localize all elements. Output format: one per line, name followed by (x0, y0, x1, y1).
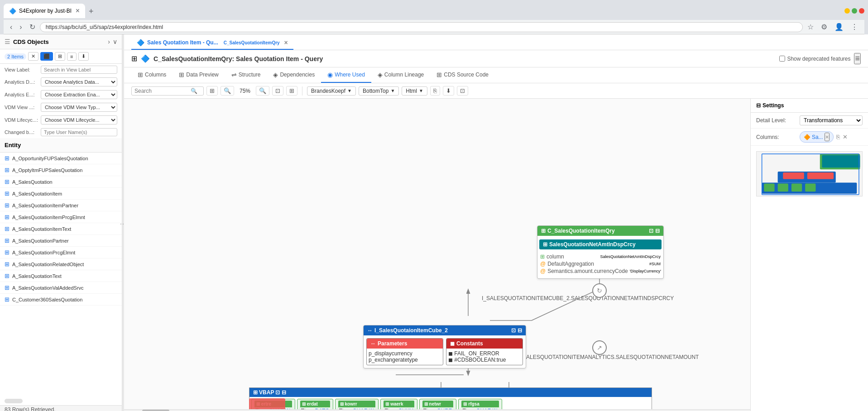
column-copy-button[interactable]: ⎘ (836, 134, 840, 140)
column-remove-button[interactable]: ✕ (843, 134, 848, 140)
save-button[interactable]: ⬇ (443, 86, 454, 96)
doc-tab-subtitle: C_SalesQuotationItemQry (224, 40, 280, 45)
address-bar[interactable] (40, 22, 803, 32)
detail-level-dropdown[interactable]: Transformations (800, 115, 863, 125)
doc-tab[interactable]: 🔷 Sales Quotation Item - Qu... C_SalesQu… (131, 37, 293, 50)
list-item[interactable]: ⊞ A_OpptyItmFUPSalesQuotation (0, 164, 122, 176)
copy-button[interactable]: ⎘ (430, 86, 440, 96)
clear-filter-button[interactable]: ✕ (28, 52, 38, 61)
search-box[interactable]: 🔍 (131, 86, 204, 96)
search-input[interactable] (134, 88, 189, 94)
column-tag-remove[interactable]: × (825, 133, 830, 141)
new-tab-button[interactable]: + (85, 5, 97, 18)
fullscreen-button[interactable]: ⊡ (457, 86, 468, 96)
settings-menu-button[interactable]: ≡ (854, 53, 861, 64)
zoom-in-button[interactable]: 🔍 (221, 86, 234, 96)
expand-all-button[interactable]: ⊞ (286, 86, 297, 96)
format-value: Html (406, 88, 417, 94)
deprecated-checkbox[interactable] (779, 56, 785, 62)
node-expand-icon[interactable]: ⊡ (649, 228, 653, 234)
view-grid-button[interactable]: ⊞ (206, 86, 218, 96)
bookmark-button[interactable]: ☆ (805, 22, 816, 32)
back-button[interactable]: ‹ (7, 22, 15, 32)
list-item[interactable]: ⊞ A_SalesQuotationItemPartner (0, 200, 122, 211)
minimap[interactable] (756, 151, 863, 196)
format-dropdown[interactable]: Html ▼ (402, 86, 427, 96)
profile-button[interactable]: 👤 (832, 22, 846, 32)
column-lineage-tab-icon: ◈ (378, 71, 383, 78)
vbap-expand-icon[interactable]: ⊡ (275, 389, 280, 396)
horizontal-scrollbar[interactable] (124, 409, 750, 411)
analytics-e-row: Analytics E...: Choose Extraction Ena... (0, 88, 122, 101)
list-item[interactable]: ⊞ A_SalesQuotation (0, 176, 122, 188)
connector-circle-1[interactable]: ↻ (592, 283, 607, 298)
main-query-title: C_SalesQuotationItemQry (547, 228, 615, 234)
tab-dependencies[interactable]: ◈ Dependencies (267, 67, 321, 83)
canvas-area[interactable]: I_SALESQUOTATIONITEMCUBE_2.SALESQUOTATIO… (124, 99, 750, 411)
view-label-row: View Label: (0, 64, 122, 76)
columns-tab-icon: ⊞ (138, 71, 143, 78)
vdm-view-select[interactable]: Choose VDM View Typ... (41, 103, 117, 112)
scrollbar-thumb[interactable] (5, 399, 23, 403)
entity-icon: ⊞ (5, 214, 10, 220)
list-item[interactable]: ⊞ A_SalesQuotationItemText (0, 223, 122, 235)
list-item[interactable]: ⊞ A_SalesQuotationItem (0, 188, 122, 200)
tab-close-icon[interactable]: × (76, 7, 80, 14)
tab-structure[interactable]: ⇌ Structure (225, 67, 267, 83)
list-item[interactable]: ⊞ A_SalesQuotationPrcgElmnt (0, 247, 122, 258)
forward-button[interactable]: › (17, 22, 24, 32)
active-filter-button[interactable]: ⬛ (40, 52, 53, 61)
tab-data-preview[interactable]: ⊞ Data Preview (173, 67, 225, 83)
list-item[interactable]: ⊞ A_SalesQuotationPartner (0, 235, 122, 247)
reload-button[interactable]: ↻ (27, 22, 38, 32)
fit-button[interactable]: ⊡ (272, 86, 283, 96)
column-tag-label: Sa... (812, 134, 823, 140)
list-item[interactable]: ⊞ A_SalesQuotationItemPrcgElmnt (0, 211, 122, 223)
download-button[interactable]: ⬇ (78, 52, 89, 61)
grid-filter-button[interactable]: ⊞ (55, 52, 65, 61)
inner-query-node[interactable]: ⊞ SalesQuotationNetAmtInDspCrcy ⊞ column… (537, 236, 663, 278)
lines-filter-button[interactable]: ≡ (67, 53, 76, 61)
cube-close-icon[interactable]: ⊟ (518, 327, 522, 334)
list-item[interactable]: ⊞ A_SalesQuotationRelatedObject (0, 258, 122, 270)
expand-icon[interactable]: › (108, 38, 110, 45)
menu-button[interactable]: ⋮ (848, 22, 861, 32)
connector-circle-2[interactable]: ↗ (592, 340, 607, 355)
tab-where-used[interactable]: ◉ Where Used (321, 67, 371, 83)
parameters-header: ↔ Parameters (367, 339, 443, 349)
col-netwr-header: ⊞ netwr (422, 401, 454, 407)
list-item[interactable]: ⊞ A_OpportunityFUPSalesQuotation (0, 153, 122, 164)
list-item[interactable]: ⊞ C_Customer360SalesQuotation (0, 294, 122, 306)
tab-cds-source[interactable]: ⊞ CDS Source Code (430, 67, 495, 83)
vbap-close-icon[interactable]: ⊟ (282, 389, 286, 396)
analytics-e-select[interactable]: Choose Extraction Ena... (41, 90, 117, 99)
doc-tab-close-icon[interactable]: × (284, 39, 288, 46)
constants-node[interactable]: ◼ Constants ◼ FAIL_ON_ERROR ◼ #CDSBOOLEA… (446, 338, 523, 365)
changed-by-input[interactable] (41, 128, 117, 136)
minimize-button[interactable] (844, 8, 850, 14)
maximize-button[interactable] (852, 8, 857, 14)
layout-dropdown[interactable]: BrandesKoepf ▼ (307, 86, 356, 96)
list-item[interactable]: ⊞ A_SalesQuotationText (0, 270, 122, 282)
parameters-node[interactable]: ↔ Parameters p_displaycurrency p_exchang… (366, 338, 443, 365)
where-used-tab-label: Where Used (335, 72, 365, 78)
close-button[interactable] (859, 8, 864, 14)
direction-dropdown[interactable]: BottomTop ▼ (359, 86, 399, 96)
list-item[interactable]: ⊞ A_SalesQuotationValAddedSrvc (0, 282, 122, 294)
vdm-lifecycle-select[interactable]: Choose VDM Lifecycle... (41, 115, 117, 124)
extensions-button[interactable]: ⚙ (818, 22, 830, 32)
analytics-d-select[interactable]: Choose Analytics Data... (41, 77, 117, 86)
tab-column-lineage[interactable]: ◈ Column Lineage (371, 67, 430, 83)
node-close-icon[interactable]: ⊟ (655, 228, 660, 234)
main-query-node[interactable]: ⊞ C_SalesQuotationItemQry ⊡ ⊟ ⊞ SalesQuo… (537, 225, 664, 279)
cube-node[interactable]: ↔ I_SalesQuotaionItemCube_2 ⊡ ⊟ ↔ Parame… (363, 325, 526, 368)
zoom-out-button[interactable]: 🔍 (256, 86, 269, 96)
browser-tab[interactable]: 🔷 S4Explorer by Just-BI × (4, 4, 85, 18)
cube-expand-icon[interactable]: ⊡ (511, 327, 516, 334)
svg-rect-19 (791, 184, 802, 192)
vbap-table[interactable]: ⊞ VBAP ⊡ ⊟ ⊞ ertre TtypeCHAR(1) (249, 387, 652, 411)
resize-handle[interactable] (866, 0, 868, 411)
collapse-icon[interactable]: ∨ (113, 38, 117, 45)
tab-columns[interactable]: ⊞ Columns (131, 67, 173, 83)
view-label-input[interactable] (41, 66, 117, 74)
